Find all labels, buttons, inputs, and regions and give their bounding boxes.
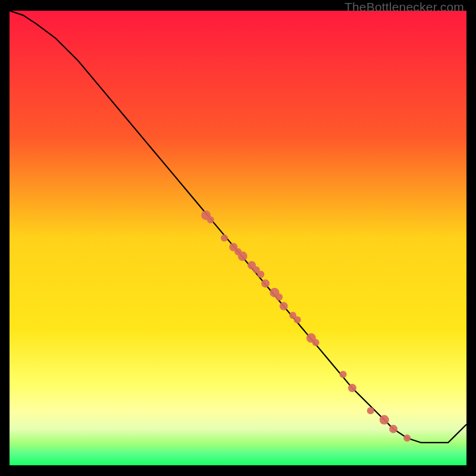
data-point — [403, 434, 411, 441]
data-point — [257, 271, 264, 278]
bottleneck-curve — [10, 11, 466, 443]
data-point — [294, 317, 301, 324]
data-point — [238, 252, 248, 261]
data-point — [367, 407, 374, 414]
chart-frame: TheBottlenecker.com — [0, 0, 476, 476]
watermark-text: TheBottlenecker.com — [345, 0, 464, 14]
data-point — [340, 371, 347, 378]
data-point — [389, 425, 397, 433]
data-point — [380, 415, 389, 425]
data-point — [312, 339, 320, 346]
sample-points — [201, 211, 411, 441]
data-point — [221, 234, 228, 242]
data-point — [261, 279, 270, 287]
data-point — [275, 293, 283, 300]
data-point — [348, 384, 356, 392]
data-point — [280, 302, 288, 311]
plot-area — [10, 11, 466, 465]
chart-curve-layer — [10, 11, 466, 465]
data-point — [207, 216, 214, 223]
